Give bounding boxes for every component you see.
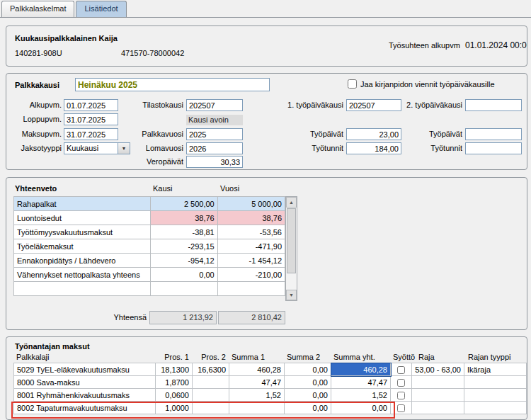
lomavuosi-label: Lomavuosi <box>105 144 183 152</box>
rajan-tyyppi-cell[interactable] <box>464 376 527 389</box>
summary-kausi-cell[interactable] <box>150 282 217 296</box>
palkkalaji-cell[interactable]: 8001 Ryhmähenkivakuutusmaks <box>14 389 156 402</box>
summary-kausi-cell[interactable]: 38,76 <box>150 211 217 225</box>
veropaivat-field[interactable] <box>186 156 243 168</box>
tyopaivakausi2-field[interactable] <box>465 99 522 111</box>
employment-start-label: Työsuhteen alkupvm <box>389 41 460 50</box>
rajan-tyyppi-cell[interactable]: Ikäraja <box>464 363 527 376</box>
summary-panel: Yhteenveto Kausi Vuosi Rahapalkat 2 500,… <box>6 177 527 330</box>
table-row[interactable]: Ennakonpidätys / Lähdevero -954,12 -1 45… <box>14 254 285 268</box>
summary-kausi-cell[interactable]: -38,81 <box>150 225 217 239</box>
summa2-cell[interactable]: 0,00 <box>285 402 331 414</box>
tyopaivakausi1-field[interactable] <box>346 99 401 111</box>
pros2-cell[interactable] <box>193 402 229 414</box>
scroll-down-icon[interactable]: ▼ <box>286 290 297 300</box>
pros1-cell[interactable]: 0,0600 <box>156 389 193 402</box>
table-row[interactable]: 8000 Sava-maksu 1,8700 47,47 0,00 47,47 <box>14 376 527 389</box>
summary-col-kausi: Kausi <box>153 184 173 193</box>
summary-row-label[interactable]: Työttömyysvakuutusmaksut <box>14 225 151 239</box>
rajan-tyyppi-cell[interactable] <box>464 402 527 414</box>
syotto-checkbox[interactable] <box>397 404 405 412</box>
summary-row-label[interactable]: Rahapalkat <box>14 197 151 211</box>
summa-yht-cell[interactable]: 1,52 <box>331 389 391 402</box>
pros2-cell[interactable] <box>193 389 229 402</box>
summary-vuosi-cell[interactable] <box>217 282 285 296</box>
syotto-cell <box>391 376 412 389</box>
rajan-tyyppi-cell[interactable] <box>464 389 527 402</box>
summary-vuosi-cell[interactable]: -471,90 <box>217 239 285 254</box>
pros2-cell[interactable]: 16,6300 <box>193 363 229 376</box>
raja-cell[interactable] <box>412 402 464 414</box>
summary-col-vuosi: Vuosi <box>220 184 239 193</box>
summary-kausi-cell[interactable]: 2 500,00 <box>150 197 217 211</box>
pros2-cell[interactable] <box>193 376 229 389</box>
table-row-alert[interactable]: 8002 Tapaturmavakuutusmaksu 1,0000 0,00 … <box>14 402 527 414</box>
palkkalaji-cell[interactable]: 8002 Tapaturmavakuutusmaksu <box>14 402 156 414</box>
table-row[interactable] <box>14 282 285 296</box>
split-entries-checkbox[interactable] <box>348 79 357 89</box>
scroll-thumb[interactable] <box>287 208 296 273</box>
scroll-up-icon[interactable]: ▲ <box>286 197 297 208</box>
tyopaivat-field[interactable] <box>346 128 401 140</box>
tilastokausi-field[interactable] <box>186 99 243 111</box>
loppupvm-label: Loppupvm. <box>8 115 62 123</box>
tyopaivat2-field[interactable] <box>465 128 522 140</box>
summary-vuosi-cell[interactable]: -210,00 <box>217 268 285 282</box>
pros1-cell[interactable]: 1,0000 <box>156 402 193 414</box>
summa-yht-cell[interactable]: 0,00 <box>331 402 391 414</box>
palkkavuosi-label: Palkkavuosi <box>105 130 183 138</box>
palkkalaji-cell[interactable]: 5029 TyEL-eläkevakuutusmaksu <box>14 363 156 376</box>
tyotunnit2-field[interactable] <box>465 142 522 154</box>
raja-cell[interactable] <box>412 376 464 389</box>
summary-vuosi-cell[interactable]: -53,56 <box>217 225 285 239</box>
table-row[interactable]: Rahapalkat 2 500,00 5 000,00 <box>14 197 285 211</box>
tyopaivakausi1-label: 1. työpäiväkausi <box>267 101 343 109</box>
raja-cell[interactable]: 53,00 - 63,00 <box>412 363 464 376</box>
summary-vuosi-cell[interactable]: 38,76 <box>217 211 285 225</box>
summary-vuosi-cell[interactable]: 5 000,00 <box>217 197 285 211</box>
summary-row-label[interactable]: Työeläkemaksut <box>14 239 151 254</box>
syotto-checkbox[interactable] <box>397 366 405 374</box>
syotto-checkbox[interactable] <box>397 392 405 399</box>
pros1-cell[interactable]: 1,8700 <box>156 376 193 389</box>
summary-scrollbar[interactable]: ▲ ▼ <box>285 196 297 301</box>
employer-payments-title: Työnantajan maksut <box>15 342 90 351</box>
summary-kausi-cell[interactable]: -293,15 <box>150 239 217 254</box>
summa-yht-cell[interactable]: 47,47 <box>331 376 391 389</box>
pay-period-name-field[interactable] <box>75 78 270 91</box>
summary-row-label[interactable]: Ennakonpidätys / Lähdevero <box>14 254 151 268</box>
summary-vuosi-cell[interactable]: -1 454,12 <box>217 254 285 268</box>
summary-row-label[interactable]: Vähennykset nettopalkasta yhteens <box>14 268 151 282</box>
palkkalaji-cell[interactable]: 8000 Sava-maksu <box>14 376 156 389</box>
summa2-cell[interactable]: 0,00 <box>285 376 331 389</box>
tyotunnit-label: Työtunnit <box>267 144 343 152</box>
pros1-cell[interactable]: 18,1300 <box>156 363 193 376</box>
summary-kausi-cell[interactable]: -954,12 <box>150 254 217 268</box>
summary-kausi-cell[interactable]: 0,00 <box>150 268 217 282</box>
summa1-cell[interactable]: 1,52 <box>229 389 285 402</box>
tab-palkkalaskelmat[interactable]: Palkkalaskelmat <box>1 1 74 17</box>
summa1-cell[interactable] <box>229 402 285 414</box>
summa2-cell[interactable]: 0,00 <box>285 363 331 376</box>
summary-row-label[interactable]: Luontoisedut <box>14 211 151 225</box>
palkkavuosi-field[interactable] <box>186 128 243 140</box>
summary-row-label[interactable] <box>14 282 151 296</box>
summa-yht-cell-selected[interactable]: 460,28 <box>331 363 391 376</box>
summary-table: Rahapalkat 2 500,00 5 000,00 Luontoisedu… <box>13 196 285 296</box>
tab-lisatiedot[interactable]: Lisätiedot <box>76 1 126 17</box>
summa2-cell[interactable]: 0,00 <box>285 389 331 402</box>
table-row[interactable]: Työttömyysvakuutusmaksut -38,81 -53,56 <box>14 225 285 239</box>
summa1-cell[interactable]: 47,47 <box>229 376 285 389</box>
summa1-cell[interactable]: 460,28 <box>229 363 285 376</box>
syotto-checkbox[interactable] <box>397 379 405 387</box>
table-row[interactable]: 8001 Ryhmähenkivakuutusmaks 0,0600 1,52 … <box>14 389 527 402</box>
table-row[interactable]: 5029 TyEL-eläkevakuutusmaksu 18,1300 16,… <box>14 363 527 376</box>
table-row[interactable]: Työeläkemaksut -293,15 -471,90 <box>14 239 285 254</box>
raja-cell[interactable] <box>412 389 464 402</box>
tyotunnit-field[interactable] <box>346 142 401 154</box>
table-row[interactable]: Vähennykset nettopalkasta yhteens 0,00 -… <box>14 268 285 282</box>
table-row[interactable]: Luontoisedut 38,76 38,76 <box>14 211 285 225</box>
maksupvm-label: Maksupvm. <box>8 130 62 138</box>
loppupvm-field[interactable] <box>64 113 118 125</box>
lomavuosi-field[interactable] <box>186 142 243 154</box>
